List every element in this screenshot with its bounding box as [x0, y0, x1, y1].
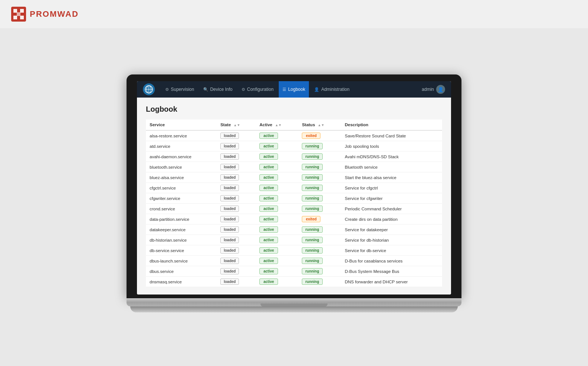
col-status[interactable]: Status ▲▼ [298, 120, 341, 130]
active-badge: active [259, 237, 278, 243]
cell-service: datakeeper.service [146, 225, 217, 235]
cell-state: loaded [217, 225, 256, 235]
nav-administration-label: Administration [321, 87, 349, 92]
svg-rect-5 [17, 12, 20, 16]
table-row[interactable]: bluez-alsa.service loaded active running… [146, 172, 442, 183]
table-row[interactable]: db-historian.service loaded active runni… [146, 235, 442, 245]
active-badge: active [259, 174, 278, 181]
state-badge: loaded [220, 174, 239, 181]
col-active[interactable]: Active ▲▼ [256, 120, 298, 130]
table-row[interactable]: dbus-launch.service loaded active runnin… [146, 256, 442, 266]
cell-status: running [298, 162, 341, 172]
app-nav: ⚙ Supervision 🔍 Device Info ⚙ Configurat… [137, 81, 451, 98]
cell-active: active [256, 183, 298, 193]
cell-state: loaded [217, 193, 256, 204]
cell-service: avahi-daemon.service [146, 152, 217, 162]
table-row[interactable]: cfgctrl.service loaded active running Se… [146, 183, 442, 193]
table-row[interactable]: atd.service loaded active running Job sp… [146, 141, 442, 152]
cell-description: Service for cfgwriter [341, 193, 442, 204]
state-badge: loaded [220, 164, 239, 170]
cell-service: bluetooth.service [146, 162, 217, 172]
cell-state: loaded [217, 266, 256, 277]
cell-status: running [298, 183, 341, 193]
active-badge: active [259, 133, 278, 139]
nav-item-logbook[interactable]: ☰ Logbook [279, 81, 309, 98]
laptop-bezel: ⚙ Supervision 🔍 Device Info ⚙ Configurat… [127, 74, 461, 298]
cell-service: dbus.service [146, 266, 217, 277]
sort-state-icon: ▲▼ [234, 123, 240, 127]
status-badge: running [302, 185, 322, 191]
cell-description: Create dirs on data partition [341, 214, 442, 225]
cell-state: loaded [217, 141, 256, 152]
status-badge: running [302, 164, 322, 170]
nav-user: admin 👤 [422, 85, 445, 94]
top-bar: PROMWAD [0, 0, 588, 28]
cell-status: running [298, 152, 341, 162]
cell-description: Service for datakeeper [341, 225, 442, 235]
nav-item-administration[interactable]: 👤 Administration [310, 81, 353, 98]
laptop-shadow [130, 306, 458, 312]
cell-status: running [298, 277, 341, 287]
promwad-logo: PROMWAD [11, 7, 79, 22]
cell-active: active [256, 225, 298, 235]
cell-status: exited [298, 130, 341, 141]
cell-status: running [298, 256, 341, 266]
administration-icon: 👤 [314, 87, 319, 92]
col-state[interactable]: State ▲▼ [217, 120, 256, 130]
cell-description: Job spooling tools [341, 141, 442, 152]
table-body: alsa-restore.service loaded active exite… [146, 130, 442, 287]
status-badge: running [302, 268, 322, 274]
nav-item-configuration[interactable]: ⚙ Configuration [238, 81, 277, 98]
cell-service: alsa-restore.service [146, 130, 217, 141]
table-row[interactable]: bluetooth.service loaded active running … [146, 162, 442, 172]
table-row[interactable]: db-service.service loaded active running… [146, 245, 442, 256]
nav-logbook-label: Logbook [288, 87, 305, 92]
cell-state: loaded [217, 130, 256, 141]
app-logo [143, 83, 155, 95]
table-row[interactable]: avahi-daemon.service loaded active runni… [146, 152, 442, 162]
table-row[interactable]: dbus.service loaded active running D-Bus… [146, 266, 442, 277]
active-badge: active [259, 153, 278, 160]
logbook-table: Service State ▲▼ Active ▲▼ [146, 120, 442, 287]
table-row[interactable]: alsa-restore.service loaded active exite… [146, 130, 442, 141]
status-badge: running [302, 237, 322, 243]
laptop-screen: ⚙ Supervision 🔍 Device Info ⚙ Configurat… [137, 81, 451, 295]
svg-rect-2 [20, 9, 24, 13]
status-badge: running [302, 153, 322, 160]
active-badge: active [259, 258, 278, 264]
status-badge: running [302, 226, 322, 233]
active-badge: active [259, 164, 278, 170]
nav-item-device-info[interactable]: 🔍 Device Info [199, 81, 236, 98]
state-badge: loaded [220, 185, 239, 191]
col-description: Description [341, 120, 442, 130]
logbook-icon: ☰ [282, 87, 286, 92]
status-badge: running [302, 279, 322, 285]
cell-description: Start the bluez-alsa service [341, 172, 442, 183]
status-badge: exited [302, 133, 320, 139]
table-row[interactable]: dnsmasq.service loaded active running DN… [146, 277, 442, 287]
table-row[interactable]: crond.service loaded active running Peri… [146, 204, 442, 214]
active-badge: active [259, 268, 278, 274]
table-row[interactable]: data-partition.service loaded active exi… [146, 214, 442, 225]
nav-username: admin [422, 87, 434, 92]
nav-supervision-label: Supervision [171, 87, 194, 92]
cell-state: loaded [217, 214, 256, 225]
cell-status: running [298, 266, 341, 277]
cell-status: running [298, 245, 341, 256]
table-row[interactable]: cfgwriter.service loaded active running … [146, 193, 442, 204]
state-badge: loaded [220, 216, 239, 222]
nav-item-supervision[interactable]: ⚙ Supervision [162, 81, 198, 98]
state-badge: loaded [220, 133, 239, 139]
cell-description: Save/Restore Sound Card State [341, 130, 442, 141]
state-badge: loaded [220, 226, 239, 233]
cell-active: active [256, 277, 298, 287]
laptop-base [127, 298, 461, 306]
cell-description: D-Bus for casablanca services [341, 256, 442, 266]
cell-state: loaded [217, 162, 256, 172]
table-row[interactable]: datakeeper.service loaded active running… [146, 225, 442, 235]
status-badge: running [302, 247, 322, 254]
cell-status: running [298, 193, 341, 204]
cell-state: loaded [217, 183, 256, 193]
status-badge: exited [302, 216, 320, 222]
cell-service: cfgwriter.service [146, 193, 217, 204]
